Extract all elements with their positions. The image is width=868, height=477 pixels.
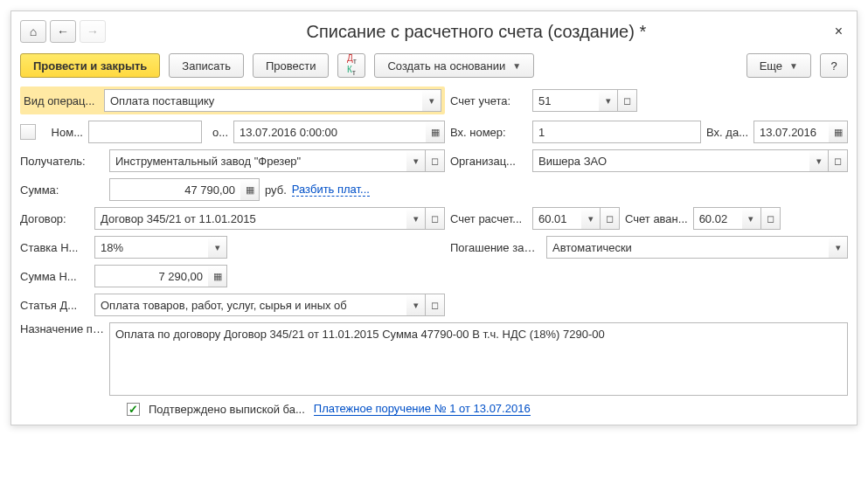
more-label: Еще xyxy=(760,59,782,73)
footer: ✓ Подтверждено выпиской ба... Платежное … xyxy=(20,402,848,416)
account-settlement-label: Счет расчет... xyxy=(450,212,527,225)
account-label: Счет учета: xyxy=(450,94,527,107)
back-button[interactable]: ← xyxy=(50,20,76,43)
chevron-down-icon: ▼ xyxy=(512,61,521,71)
payee-label: Получатель: xyxy=(20,155,104,168)
post-and-close-button[interactable]: Провести и закрыть xyxy=(20,53,160,78)
confirmed-checkbox[interactable]: ✓ xyxy=(127,403,140,416)
open-button[interactable]: ◻ xyxy=(601,207,620,230)
home-button[interactable]: ⌂ xyxy=(20,20,46,43)
contract-label: Договор: xyxy=(20,212,89,225)
org-input[interactable]: Вишера ЗАО xyxy=(532,149,809,172)
dropdown-button[interactable]: ▾ xyxy=(809,149,829,172)
number-input[interactable] xyxy=(88,121,202,143)
op-type-input[interactable]: Оплата поставщику xyxy=(104,89,422,112)
form-area: Вид операц... Оплата поставщику ▾ Счет у… xyxy=(20,86,848,416)
help-icon: ? xyxy=(830,59,837,73)
account-input[interactable]: 51 xyxy=(532,89,599,112)
article-label: Статья Д... xyxy=(20,299,89,312)
open-button[interactable]: ◻ xyxy=(426,294,445,316)
post-label: Провести xyxy=(266,59,316,73)
vat-rate-label: Ставка Н... xyxy=(20,241,89,254)
status-icon xyxy=(20,124,36,140)
split-payment-link[interactable]: Разбить плат... xyxy=(292,183,370,197)
help-button[interactable]: ? xyxy=(820,53,848,78)
open-button[interactable]: ◻ xyxy=(618,89,637,112)
calendar-button[interactable]: ▦ xyxy=(426,121,445,143)
payment-order-link[interactable]: Платежное поручение № 1 от 13.07.2016 xyxy=(314,402,531,416)
ext-date-input[interactable]: 13.07.2016 xyxy=(753,121,829,143)
dropdown-button[interactable]: ▾ xyxy=(581,207,601,230)
currency-label: руб. xyxy=(265,183,287,197)
calculator-button[interactable]: ▦ xyxy=(240,178,260,201)
vat-sum-label: Сумма Н... xyxy=(20,270,89,283)
dropdown-button[interactable]: ▾ xyxy=(599,89,618,112)
open-button[interactable]: ◻ xyxy=(829,149,848,172)
from-label: о... xyxy=(207,126,228,139)
save-label: Записать xyxy=(182,59,231,73)
dropdown-button[interactable]: ▾ xyxy=(422,89,441,112)
dtkt-button[interactable]: ДтКт xyxy=(337,53,365,78)
dropdown-button[interactable]: ▾ xyxy=(406,294,426,316)
toolbar: Провести и закрыть Записать Провести ДтК… xyxy=(20,53,848,78)
open-button[interactable]: ◻ xyxy=(761,207,781,230)
dropdown-button[interactable]: ▾ xyxy=(208,236,227,259)
calendar-button[interactable]: ▦ xyxy=(829,121,848,143)
account-advance-input[interactable]: 60.02 xyxy=(693,207,742,230)
create-based-button[interactable]: Создать на основании ▼ xyxy=(374,53,534,78)
calculator-button[interactable]: ▦ xyxy=(208,265,227,287)
account-advance-label: Счет аван... xyxy=(625,212,688,225)
window-title: Списание с расчетного счета (создание) * xyxy=(123,22,830,42)
close-icon: × xyxy=(835,24,843,38)
ext-date-label: Вх. да... xyxy=(706,126,748,139)
contract-input[interactable]: Договор 345/21 от 11.01.2015 xyxy=(94,207,406,230)
account-settlement-input[interactable]: 60.01 xyxy=(532,207,581,230)
post-button[interactable]: Провести xyxy=(253,53,330,78)
dropdown-button[interactable]: ▾ xyxy=(406,149,426,172)
sum-label: Сумма: xyxy=(20,183,104,197)
dropdown-button[interactable]: ▾ xyxy=(829,236,848,259)
article-input[interactable]: Оплата товаров, работ, услуг, сырья и ин… xyxy=(94,294,406,316)
payee-input[interactable]: Инструментальный завод "Фрезер" xyxy=(109,149,406,172)
home-icon: ⌂ xyxy=(30,24,37,38)
vat-rate-input[interactable]: 18% xyxy=(94,236,208,259)
create-based-label: Создать на основании xyxy=(387,59,505,73)
confirmed-label: Подтверждено выпиской ба... xyxy=(149,403,305,416)
debt-input[interactable]: Автоматически xyxy=(546,236,829,259)
document-window: ⌂ ← → Списание с расчетного счета (созда… xyxy=(10,10,858,425)
chevron-down-icon: ▼ xyxy=(789,61,798,71)
save-button[interactable]: Записать xyxy=(169,53,244,78)
date-input[interactable]: 13.07.2016 0:00:00 xyxy=(233,121,426,143)
titlebar: ⌂ ← → Списание с расчетного счета (созда… xyxy=(20,20,848,43)
ext-number-label: Вх. номер: xyxy=(450,126,527,139)
dropdown-button[interactable]: ▾ xyxy=(406,207,426,230)
debt-label: Погашение задолженно... xyxy=(450,242,541,253)
number-label: Ном... xyxy=(41,126,83,139)
ext-number-input[interactable]: 1 xyxy=(532,121,701,143)
op-type-label: Вид операц... xyxy=(24,94,99,107)
post-and-close-label: Провести и закрыть xyxy=(33,59,147,73)
dtkt-icon: ДтКт xyxy=(347,54,357,77)
arrow-left-icon: ← xyxy=(57,24,69,38)
dropdown-button[interactable]: ▾ xyxy=(742,207,761,230)
purpose-textarea[interactable]: Оплата по договору Договор 345/21 от 11.… xyxy=(109,322,848,396)
close-button[interactable]: × xyxy=(830,24,848,39)
open-button[interactable]: ◻ xyxy=(426,207,445,230)
purpose-label: Назначение платежа: xyxy=(20,322,104,336)
open-button[interactable]: ◻ xyxy=(426,149,445,172)
sum-input[interactable]: 47 790,00 xyxy=(109,178,240,201)
more-button[interactable]: Еще ▼ xyxy=(746,53,811,78)
vat-sum-input[interactable]: 7 290,00 xyxy=(94,265,208,287)
nav-buttons: ⌂ ← → xyxy=(20,20,106,43)
forward-button[interactable]: → xyxy=(80,20,106,43)
org-label: Организац... xyxy=(450,155,527,168)
arrow-right-icon: → xyxy=(87,24,99,38)
